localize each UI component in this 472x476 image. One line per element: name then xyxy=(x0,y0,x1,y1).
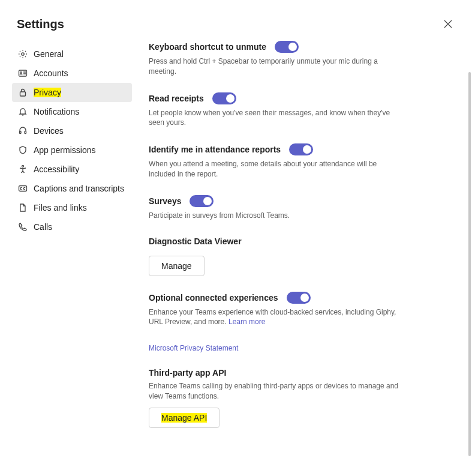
scrollbar[interactable] xyxy=(468,72,471,456)
sidebar-item-notifications[interactable]: Notifications xyxy=(12,102,132,121)
sidebar-item-app-permissions[interactable]: App permissions xyxy=(12,140,132,160)
sidebar-item-calls[interactable]: Calls xyxy=(12,217,132,236)
sidebar-item-devices[interactable]: Devices xyxy=(12,121,132,140)
file-icon xyxy=(18,203,28,212)
close-button[interactable] xyxy=(441,17,455,31)
sidebar-item-label: Privacy xyxy=(34,88,61,97)
section-desc: Participate in surveys from Microsoft Te… xyxy=(149,211,401,221)
learn-more-link[interactable]: Learn more xyxy=(229,318,265,326)
sidebar-item-label: Accounts xyxy=(34,68,68,78)
section-title: Diagnostic Data Viewer xyxy=(149,236,242,246)
section-desc: Let people know when you've seen their m… xyxy=(149,108,401,128)
gear-icon xyxy=(18,49,28,59)
sidebar-item-privacy[interactable]: Privacy xyxy=(12,83,132,102)
svg-point-0 xyxy=(22,53,24,55)
section-desc: When you attend a meeting, some details … xyxy=(149,159,401,179)
section-desc: Enhance your Teams experience with cloud… xyxy=(149,307,401,328)
section-diagnostic: Diagnostic Data Viewer Manage xyxy=(149,236,448,276)
phone-icon xyxy=(18,222,28,232)
svg-rect-5 xyxy=(25,131,26,134)
section-optional-experiences: Optional connected experiences Enhance y… xyxy=(149,292,448,328)
close-icon xyxy=(444,20,452,28)
lock-icon xyxy=(18,88,28,97)
sidebar-item-label: General xyxy=(34,49,64,59)
sidebar-item-label: Devices xyxy=(34,126,64,136)
sidebar-item-files-links[interactable]: Files and links xyxy=(12,198,132,217)
section-desc: Press and hold Ctrl + Spacebar to tempor… xyxy=(149,56,401,77)
page-title: Settings xyxy=(17,17,64,31)
sidebar-item-label: App permissions xyxy=(34,145,96,155)
captions-icon xyxy=(18,184,28,193)
section-third-party-api: Third-party app API Enhance Teams callin… xyxy=(149,368,448,428)
toggle-optional-experiences[interactable] xyxy=(287,292,311,304)
svg-rect-3 xyxy=(20,92,26,96)
headset-icon xyxy=(18,126,28,136)
content-pane: Keyboard shortcut to unmute Press and ho… xyxy=(132,41,472,468)
manage-api-button[interactable]: Manage API xyxy=(149,408,220,428)
manage-diagnostic-button[interactable]: Manage xyxy=(149,256,205,276)
svg-point-6 xyxy=(22,166,24,167)
sidebar-item-captions[interactable]: Captions and transcripts xyxy=(12,179,132,198)
sidebar-item-label: Calls xyxy=(34,222,52,232)
privacy-statement-link[interactable]: Microsoft Privacy Statement xyxy=(149,344,238,352)
card-icon xyxy=(18,68,28,78)
toggle-read-receipts[interactable] xyxy=(212,92,236,104)
section-title: Surveys xyxy=(149,196,181,206)
section-title: Identify me in attendance reports xyxy=(149,145,281,154)
svg-rect-4 xyxy=(20,131,22,134)
sidebar-item-accounts[interactable]: Accounts xyxy=(12,64,132,83)
section-title: Optional connected experiences xyxy=(149,293,278,303)
section-read-receipts: Read receipts Let people know when you'v… xyxy=(149,92,448,128)
sidebar-item-label: Notifications xyxy=(34,107,79,116)
sidebar-item-label: Files and links xyxy=(34,203,87,212)
section-title: Third-party app API xyxy=(149,368,226,378)
accessibility-icon xyxy=(18,164,28,174)
sidebar-item-general[interactable]: General xyxy=(12,44,132,64)
sidebar-item-label: Captions and transcripts xyxy=(34,184,124,193)
section-keyboard-unmute: Keyboard shortcut to unmute Press and ho… xyxy=(149,41,448,77)
bell-icon xyxy=(18,107,28,116)
section-surveys: Surveys Participate in surveys from Micr… xyxy=(149,195,448,221)
section-desc: Enhance Teams calling by enabling third-… xyxy=(149,381,401,402)
section-title: Keyboard shortcut to unmute xyxy=(149,42,266,52)
section-title: Read receipts xyxy=(149,94,204,103)
toggle-keyboard-unmute[interactable] xyxy=(275,41,299,53)
section-attendance: Identify me in attendance reports When y… xyxy=(149,143,448,179)
sidebar-item-label: Accessibility xyxy=(34,164,79,174)
toggle-surveys[interactable] xyxy=(190,195,214,207)
sidebar-item-accessibility[interactable]: Accessibility xyxy=(12,160,132,179)
sidebar: General Accounts Privacy Notifications D xyxy=(12,41,132,468)
svg-point-2 xyxy=(20,72,22,74)
shield-icon xyxy=(18,145,28,155)
toggle-attendance[interactable] xyxy=(289,143,313,155)
